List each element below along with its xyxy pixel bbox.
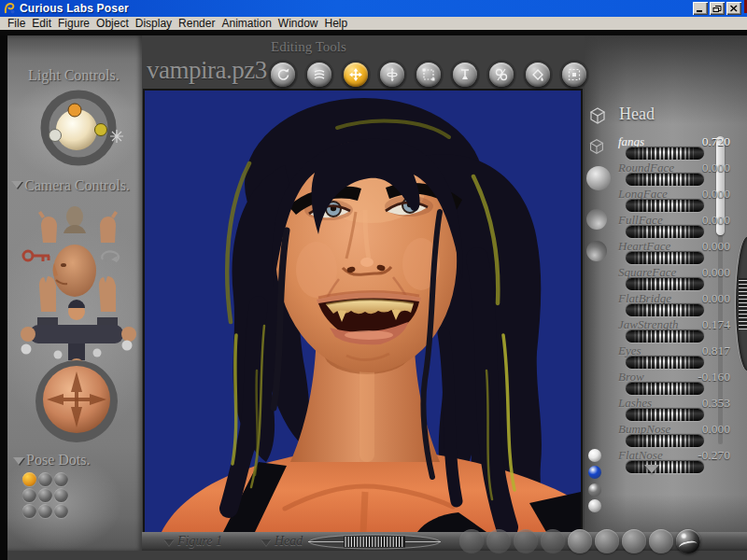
light-knob-2[interactable]: [95, 124, 107, 136]
light-controls-widget[interactable]: [35, 87, 136, 173]
pose-dots-collapse-icon[interactable]: [13, 457, 24, 465]
camera-controls-widget[interactable]: [17, 196, 140, 450]
menu-object[interactable]: Object: [96, 17, 129, 30]
menu-edit[interactable]: Edit: [32, 17, 51, 30]
scale-dial[interactable]: [308, 534, 441, 550]
minimize-button[interactable]: [693, 2, 708, 15]
tool-chain-break[interactable]: [489, 63, 514, 87]
right-hand-camera-icon[interactable]: [100, 211, 118, 243]
sphere-smooth-icon[interactable]: [586, 166, 611, 190]
editing-tools-title: Editing Tools: [271, 39, 346, 55]
close-icon: [729, 5, 739, 13]
parameter-row: Brow-0.160: [616, 370, 732, 396]
tool-scale[interactable]: [416, 63, 441, 87]
camera-dot-icon[interactable]: [21, 344, 32, 355]
menu-display[interactable]: Display: [135, 17, 172, 30]
display-style-smooth-shaded[interactable]: [622, 529, 646, 553]
panel-dot-dim[interactable]: [588, 483, 601, 497]
parameter-value: 0.000: [702, 161, 730, 175]
pose-dot-7[interactable]: [22, 504, 36, 518]
close-button[interactable]: [726, 2, 741, 15]
display-style-flat-lined[interactable]: [595, 529, 619, 553]
menu-figure[interactable]: Figure: [58, 17, 90, 30]
panel-dot-white[interactable]: [588, 449, 601, 462]
parameter-dial[interactable]: [626, 409, 704, 421]
menu-animation[interactable]: Animation: [221, 17, 271, 30]
tool-color[interactable]: [526, 63, 550, 87]
animation-key-icon[interactable]: [23, 251, 49, 261]
edge-dial[interactable]: [735, 236, 747, 371]
tool-translate-pull[interactable]: [344, 63, 368, 87]
display-style-texture-shaded[interactable]: [676, 529, 700, 553]
display-style-wireframe[interactable]: [514, 529, 538, 553]
restore-button[interactable]: [710, 2, 725, 15]
camera-dot-icon[interactable]: [93, 349, 102, 357]
figure-selector[interactable]: Figure 1: [177, 534, 222, 549]
parameter-dial[interactable]: [626, 147, 704, 160]
pose-dot-9[interactable]: [54, 504, 68, 518]
element-selector-arrow-icon[interactable]: [261, 539, 271, 546]
menu-render[interactable]: Render: [178, 17, 215, 30]
parameter-value: -0.160: [698, 370, 730, 385]
parameter-dial[interactable]: [626, 383, 704, 395]
posing-hand-right-icon[interactable]: [97, 276, 118, 330]
light-knob-3[interactable]: [49, 130, 62, 142]
display-style-flat-shaded[interactable]: [568, 529, 592, 553]
sphere-dark-icon[interactable]: [586, 241, 607, 261]
sparkle-icon: [110, 130, 123, 143]
menu-file[interactable]: File: [7, 17, 25, 30]
parameter-dial[interactable]: [626, 226, 704, 238]
head-camera-icon[interactable]: [63, 206, 86, 233]
tool-taper[interactable]: [453, 63, 477, 87]
display-style-smooth-lined[interactable]: [649, 529, 673, 553]
parameter-dial[interactable]: [626, 278, 704, 290]
face-camera-icon[interactable]: [53, 245, 97, 297]
parameter-row: HeartFace0.000: [616, 239, 732, 265]
parameter-dial[interactable]: [626, 200, 704, 212]
camera-controls-collapse-icon[interactable]: [11, 181, 22, 189]
display-style-hidden-line[interactable]: [541, 529, 565, 553]
tool-translate-in-out[interactable]: [380, 63, 404, 87]
left-hand-camera-icon[interactable]: [38, 211, 57, 243]
right-panel: Head fangs0.720RoundFace0.000LongFace0.0…: [585, 35, 747, 551]
pose-dot-2[interactable]: [38, 472, 52, 486]
tool-grouping[interactable]: [562, 63, 586, 87]
parameter-dial[interactable]: [626, 461, 704, 473]
pose-dot-8[interactable]: [38, 504, 52, 518]
sphere-shaded-icon[interactable]: [586, 209, 607, 230]
parameter-dial[interactable]: [626, 174, 704, 186]
pose-dot-4[interactable]: [22, 488, 36, 502]
menu-help[interactable]: Help: [325, 17, 348, 30]
rotation-trackball-icon[interactable]: [35, 360, 118, 442]
display-style-silhouette[interactable]: [459, 529, 484, 553]
panel-dot-light[interactable]: [588, 499, 601, 512]
element-selector[interactable]: Head: [275, 534, 303, 549]
display-style-outline[interactable]: [486, 529, 511, 553]
pose-dot-1[interactable]: [22, 472, 36, 486]
parameter-value: 0.000: [702, 213, 730, 228]
pose-dot-3[interactable]: [54, 472, 68, 486]
pose-dot-5[interactable]: [38, 488, 52, 502]
parameter-dial[interactable]: [626, 304, 704, 316]
camera-dot-icon[interactable]: [54, 351, 63, 359]
wireframe-box-icon[interactable]: [586, 105, 609, 131]
tool-rotate[interactable]: [271, 63, 295, 87]
scroll-down-icon[interactable]: [644, 465, 659, 473]
panel-dot-blue[interactable]: [588, 466, 601, 479]
parameter-dial[interactable]: [626, 357, 704, 369]
tool-twist[interactable]: [307, 63, 331, 87]
pose-dot-6[interactable]: [54, 488, 68, 502]
box-tracking-icon[interactable]: [586, 136, 607, 161]
parameter-dial[interactable]: [626, 252, 704, 264]
light-knob-1[interactable]: [68, 104, 81, 117]
rotate-view-icon[interactable]: [102, 251, 119, 262]
parameter-row: FlatNose-0.270: [616, 448, 732, 474]
menu-window[interactable]: Window: [278, 17, 318, 30]
posing-hand-left-icon[interactable]: [37, 276, 58, 330]
parameter-dial[interactable]: [626, 330, 704, 343]
parameter-value: 0.817: [702, 343, 730, 358]
camera-dot-icon[interactable]: [122, 341, 133, 351]
document-render[interactable]: [145, 91, 581, 532]
parameter-dial[interactable]: [626, 435, 704, 447]
figure-selector-arrow-icon[interactable]: [164, 539, 174, 546]
